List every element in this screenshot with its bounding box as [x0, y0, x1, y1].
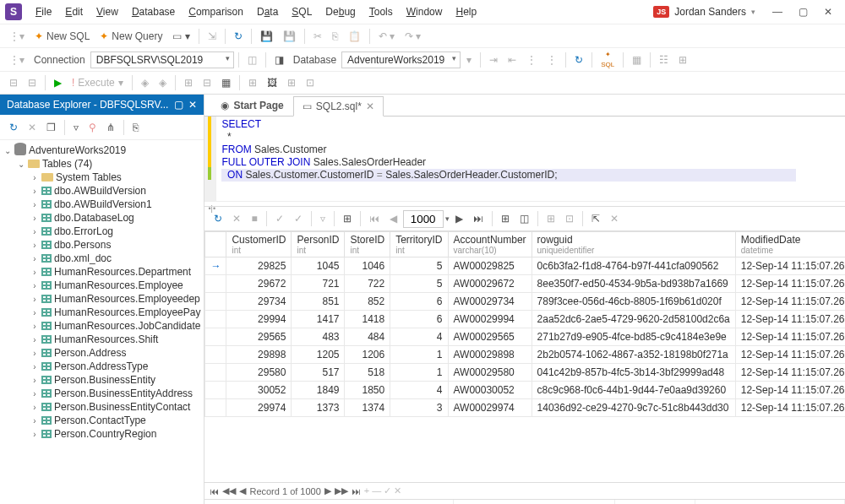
menu-sql[interactable]: SQL [286, 4, 317, 19]
menu-file[interactable]: File [30, 4, 57, 19]
tree-table-item[interactable]: ›HumanResources.Employee [0, 279, 204, 292]
sql-format-button[interactable]: ✦SQL [597, 49, 619, 71]
column-header[interactable]: AccountNumbervarchar(10) [448, 232, 532, 257]
b1-icon[interactable]: ◈ [137, 74, 153, 91]
tab-close-icon[interactable]: ✕ [366, 100, 374, 112]
grid-filter-icon[interactable]: ▿ [316, 210, 330, 227]
b5-icon[interactable]: ▦ [217, 74, 235, 91]
comment-icon[interactable]: ⋮ [522, 51, 541, 68]
column-header[interactable]: rowguiduniqueidentifier [532, 232, 735, 257]
b6-icon[interactable]: ⊞ [244, 74, 261, 91]
uncomment-icon[interactable]: ⋮ [542, 51, 561, 68]
db3-icon[interactable]: ⊟ [24, 74, 41, 91]
tree-plug-icon[interactable]: ⚲ [84, 119, 101, 136]
page-prev-icon[interactable]: ◀ [385, 210, 401, 227]
tree-table-item[interactable]: ›Person.Address [0, 346, 204, 360]
b2-icon[interactable]: ◈ [155, 74, 171, 91]
grid-cancel-icon[interactable]: ✕ [228, 210, 245, 227]
table-row[interactable]: 29974137313743AW0002997414036d92-ce29-42… [205, 399, 845, 417]
minimize-button[interactable]: — [766, 3, 789, 20]
column-header[interactable]: ModifiedDatedatetime [735, 232, 845, 257]
tree-table-item[interactable]: ›HumanResources.EmployeePay [0, 306, 204, 319]
export-icon[interactable]: ⇱ [587, 210, 604, 227]
tree-table-item[interactable]: ›Person.BusinessEntityContact [0, 400, 204, 414]
menu-debug[interactable]: Debug [320, 4, 360, 19]
data-grid[interactable]: CustomerIDintPersonIDintStoreIDintTerrit… [204, 231, 845, 482]
tree-table-item[interactable]: ›dbo.ErrorLog [0, 225, 204, 238]
tree-table-item[interactable]: ›Person.BusinessEntity [0, 373, 204, 387]
tree-table-item[interactable]: ›Person.CountryRegion [0, 427, 204, 441]
tree-table-item[interactable]: ›dbo.xml_doc [0, 252, 204, 265]
tree-system-tables[interactable]: › System Tables [0, 171, 204, 184]
table-row[interactable]: 30052184918504AW00030052c8c9c968-f0c6-44… [205, 382, 845, 399]
menu-edit[interactable]: Edit [60, 4, 88, 19]
drop-icon[interactable]: ⋮▾ [5, 51, 29, 68]
tab-start-page[interactable]: ◉Start Page [211, 95, 292, 116]
tree-icon[interactable]: ⊞ [674, 51, 691, 68]
paste-icon[interactable]: 📋 [344, 28, 365, 45]
database-dropdown[interactable]: AdventureWorks2019 [341, 51, 461, 68]
redo-icon[interactable]: ↷ ▾ [401, 28, 425, 45]
open-icon[interactable]: ▭ ▾ [168, 28, 194, 45]
dropdown-icon[interactable]: ⋮▾ [5, 28, 29, 45]
maximize-button[interactable]: ▢ [791, 3, 815, 20]
menu-tools[interactable]: Tools [364, 4, 398, 19]
debug-icon[interactable]: ⊟ [5, 74, 22, 91]
tree-table-item[interactable]: ›Person.BusinessEntityAddress [0, 387, 204, 400]
db-icon-1[interactable]: ◫ [243, 51, 261, 68]
column-header[interactable]: PersonIDint [292, 232, 345, 257]
chart-icon[interactable]: ⊡ [561, 210, 578, 227]
add-tab-button[interactable]: ＋ [330, 501, 348, 504]
pivot-icon[interactable]: ⊞ [542, 210, 559, 227]
tree-table-item[interactable]: ›Person.ContactType [0, 414, 204, 427]
grid-layout-icon[interactable]: ⊞ [339, 210, 356, 227]
undo-icon[interactable]: ↶ ▾ [374, 28, 399, 45]
b3-icon[interactable]: ⊞ [180, 74, 197, 91]
grid-rollback-icon[interactable]: ✓ [290, 210, 307, 227]
table-row[interactable]: 296727217225AW000296728ee350f7-ed50-4534… [205, 275, 845, 293]
explorer-close-icon[interactable]: ✕ [188, 99, 197, 111]
menu-comparison[interactable]: Comparison [183, 4, 248, 19]
column-header[interactable]: StoreIDint [345, 232, 390, 257]
tree-table-item[interactable]: ›Person.AddressType [0, 360, 204, 373]
grid-commit-icon[interactable]: ✓ [271, 210, 288, 227]
tree-table-item[interactable]: ›dbo.Persons [0, 238, 204, 252]
table-row[interactable]: →29825104510465AW000298250c6b3fa2-f1d8-4… [205, 257, 845, 275]
close-button[interactable]: ✕ [816, 3, 840, 20]
indent-icon[interactable]: ⇥ [485, 51, 502, 68]
menu-database[interactable]: Database [127, 4, 180, 19]
code-editor[interactable]: SELECT * FROM Sales.Customer FULL OUTER … [204, 117, 845, 201]
page-last-icon[interactable]: ⏭ [469, 210, 488, 227]
tree-delete-icon[interactable]: ✕ [24, 119, 41, 136]
table-row[interactable]: 295805175181AW00029580041c42b9-857b-4fc5… [205, 364, 845, 382]
tree-window-icon[interactable]: ❐ [42, 119, 60, 136]
column-header[interactable]: TerritoryIDint [390, 232, 448, 257]
delete-row-icon[interactable]: ✕ [606, 210, 623, 227]
image-icon[interactable]: 🖼 [263, 74, 281, 91]
page-first-icon[interactable]: ⏮ [365, 210, 384, 227]
save-all-icon[interactable]: 💾 [279, 28, 300, 45]
copy-icon[interactable]: ⎘ [328, 28, 342, 45]
outdent-icon[interactable]: ⇤ [504, 51, 521, 68]
connection-dropdown[interactable]: DBFSQLSRV\SQL2019 [90, 51, 234, 68]
expand-icon[interactable]: ⇲ [204, 28, 221, 45]
column-header[interactable]: CustomerIDint [226, 232, 292, 257]
b4-icon[interactable]: ⊟ [199, 74, 215, 91]
tree-db-root[interactable]: ⌄ AdventureWorks2019 [0, 144, 204, 157]
tab-sql2[interactable]: ▭SQL2.sql*✕ [293, 96, 384, 117]
user-name[interactable]: Jordan Sanders [674, 6, 746, 18]
b8-icon[interactable]: ⊡ [302, 74, 319, 91]
run-button[interactable]: ▶ [50, 74, 66, 91]
cut-icon[interactable]: ✂ [309, 28, 326, 45]
new-sql-button[interactable]: ✦New SQL [30, 28, 94, 45]
tree-copy-icon[interactable]: ⎘ [128, 119, 143, 136]
tree-table-item[interactable]: ›HumanResources.JobCandidate [0, 319, 204, 333]
grid-stop-icon[interactable]: ■ [247, 210, 261, 227]
b7-icon[interactable]: ⊞ [283, 74, 300, 91]
table-row[interactable]: 29898120512061AW000298982b2b0574-1062-48… [205, 346, 845, 364]
grid-refresh-icon[interactable]: ↻ [210, 210, 226, 227]
tree-tables-folder[interactable]: ⌄ Tables (74) [0, 157, 204, 171]
diagram-icon[interactable]: ☷ [655, 51, 673, 68]
refresh2-icon[interactable]: ↻ [570, 51, 587, 68]
menu-view[interactable]: View [91, 4, 123, 19]
